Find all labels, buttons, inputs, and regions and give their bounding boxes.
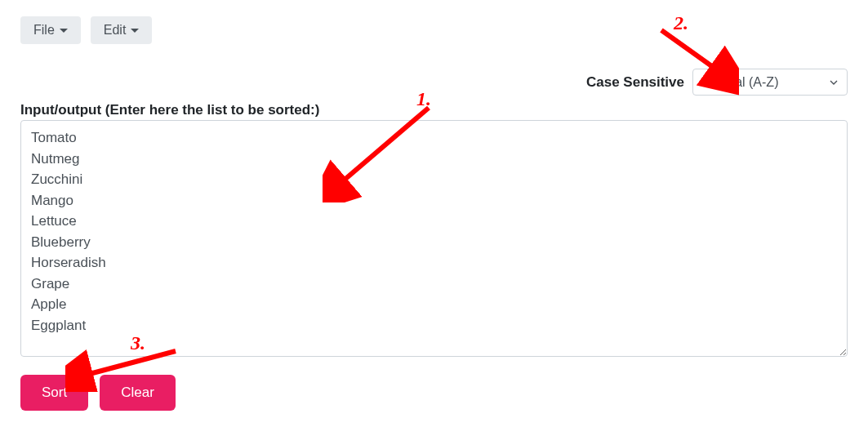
file-menu-label: File bbox=[33, 23, 55, 38]
caret-down-icon bbox=[131, 29, 139, 33]
sort-button[interactable]: Sort bbox=[20, 375, 88, 411]
file-menu-button[interactable]: File bbox=[20, 16, 81, 44]
toolbar: File Edit bbox=[20, 16, 848, 44]
case-sensitive-label: Case Sensitive bbox=[586, 74, 684, 91]
action-row: Sort Clear bbox=[20, 375, 848, 411]
input-output-label: Input/output (Enter here the list to be … bbox=[20, 102, 848, 118]
edit-menu-label: Edit bbox=[104, 23, 127, 38]
edit-menu-button[interactable]: Edit bbox=[91, 16, 153, 44]
input-output-textarea[interactable] bbox=[20, 120, 848, 357]
caret-down-icon bbox=[60, 29, 68, 33]
clear-button[interactable]: Clear bbox=[100, 375, 176, 411]
sort-order-select[interactable]: Natural (A-Z) bbox=[692, 69, 848, 96]
options-row: Case Sensitive Natural (A-Z) bbox=[20, 69, 848, 96]
